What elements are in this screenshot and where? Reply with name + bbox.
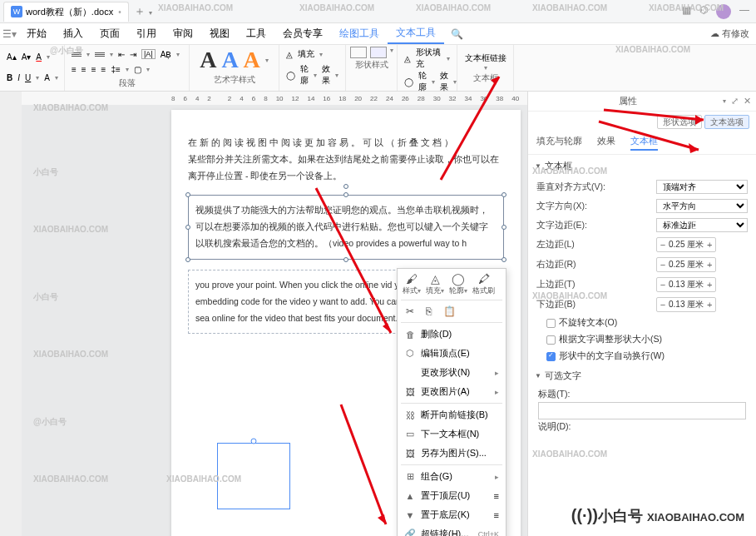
ctx-changeshape[interactable]: 更改形状(N)▸	[398, 363, 506, 382]
align-right-icon[interactable]: ≡	[91, 65, 96, 74]
page-text-para1: 某些部分并关注所需文本。如果在达到结尾处之前需要停止读取，你也可以在离开停止位置…	[188, 151, 504, 185]
align-left-icon[interactable]: ≡	[72, 65, 77, 74]
menu-dropdown[interactable]: ☰▾	[0, 28, 18, 40]
menu-reference[interactable]: 引用	[128, 23, 165, 44]
font-color-icon[interactable]: A	[36, 52, 42, 62]
indent-left-icon[interactable]: ⇤	[118, 50, 125, 59]
menu-review[interactable]: 审阅	[165, 23, 201, 44]
cut-icon[interactable]: ✂	[406, 305, 414, 317]
shape-outline-icon[interactable]: ◯	[404, 77, 413, 87]
doc-tab[interactable]: W word教程（新）.docx •	[3, 2, 129, 22]
section-alt[interactable]: ▼可选文字	[528, 365, 756, 387]
align-justify-icon[interactable]: ≡	[101, 65, 106, 74]
ctx-top-layer[interactable]: ▲置于顶层(U)≡	[398, 486, 506, 505]
menu-insert[interactable]: 插入	[55, 23, 91, 44]
ctx-breaklink[interactable]: ⛓断开向前链接(B)	[398, 405, 506, 424]
highlight-icon[interactable]: A	[44, 73, 50, 82]
menu-start[interactable]: 开始	[18, 23, 55, 44]
ctx-fill[interactable]: ◬填充▾	[426, 272, 444, 296]
subtab-effect[interactable]: 效果	[597, 135, 615, 151]
grid-icon[interactable]: ▦	[682, 4, 691, 19]
menu-texttool[interactable]: 文本工具	[388, 23, 444, 44]
group-shapestyle-label: 形状样式	[355, 58, 388, 71]
paste-icon[interactable]: 📋	[443, 305, 456, 317]
wordart-style-3[interactable]: A	[244, 47, 260, 73]
cube-icon[interactable]: ⌬	[699, 4, 708, 19]
copy-icon[interactable]: ⎘	[426, 305, 432, 317]
ctx-delete[interactable]: 🗑删除(D)	[398, 325, 506, 344]
pop-out-icon[interactable]: ⤢	[731, 96, 739, 107]
chk-norotate[interactable]	[546, 319, 556, 328]
ctx-changepic[interactable]: 🖼更改图片(A)▸	[398, 382, 506, 401]
subtab-textbox[interactable]: 文本框	[630, 135, 658, 151]
group-wordart-label: 艺术字样式	[214, 73, 255, 86]
page-text-line1: 在新的阅读视图中阅读更加容易。可以（折叠文档）	[188, 135, 504, 151]
chk-autowrap[interactable]	[546, 352, 556, 361]
ctx-outline[interactable]: ◯轮廓▾	[449, 272, 467, 296]
shape-style-2[interactable]	[370, 47, 387, 58]
ctx-bottom-layer[interactable]: ▼置于底层(K)≡	[398, 505, 506, 524]
menu-view[interactable]: 视图	[201, 23, 238, 44]
indent-right-icon[interactable]: ⇥	[130, 50, 136, 59]
ctx-style[interactable]: 🖌样式▾	[403, 272, 421, 296]
props-title: 属性	[533, 95, 723, 107]
wordart-style-2[interactable]: A	[221, 47, 238, 73]
menu-page[interactable]: 页面	[91, 23, 128, 44]
text-outline-icon[interactable]: ◯	[286, 71, 295, 80]
word-icon: W	[11, 6, 22, 17]
menu-drawtool[interactable]: 绘图工具	[331, 23, 388, 44]
ctx-editpoints[interactable]: ⬡编辑顶点(E)	[398, 344, 506, 363]
section-textbox[interactable]: ▼文本框	[528, 155, 756, 177]
textbox-link-button[interactable]: 文本框链接	[465, 52, 506, 64]
textdir-select[interactable]: 水平方向	[656, 199, 748, 213]
doc-name: word教程（新）.docx	[26, 6, 113, 18]
align-center-icon[interactable]: ≡	[82, 65, 86, 74]
blue-rectangle[interactable]	[217, 443, 290, 509]
valign-select[interactable]: 顶端对齐	[656, 180, 748, 194]
search-icon[interactable]: 🔍	[444, 28, 470, 40]
list-bullet-icon[interactable]	[72, 52, 82, 57]
underline-icon[interactable]: U	[25, 73, 31, 82]
alt-title-input[interactable]	[538, 402, 746, 419]
line-spacing-icon[interactable]: ‡≡	[111, 65, 120, 74]
subtab-fill[interactable]: 填充与轮廓	[536, 135, 582, 151]
shape-fill-icon[interactable]: ◬	[404, 54, 411, 63]
text-fill-icon[interactable]: ◬	[286, 50, 293, 59]
add-tab-button[interactable]: ＋ ▾	[134, 4, 152, 19]
left-margin-label: 左边距(L)	[536, 239, 656, 251]
menu-vip[interactable]: 会员专享	[274, 23, 331, 44]
right-margin-spinner[interactable]: −0.25 厘米+	[656, 257, 716, 272]
ctx-formatbrush[interactable]: 🖍格式刷	[472, 272, 495, 296]
ctx-hyperlink[interactable]: 🔗超链接(H)...Ctrl+K	[398, 524, 506, 536]
italic-icon[interactable]: I	[17, 73, 20, 82]
bold-icon[interactable]: B	[7, 73, 12, 82]
textmargin-label: 文字边距(E):	[536, 220, 656, 231]
chk-resize[interactable]	[546, 335, 556, 345]
avatar[interactable]	[716, 4, 731, 19]
textbox-1-content: 视频提供了功能强大的方法帮助您证明您的观点。当您单击联机视频时，可以在想要添加的…	[195, 205, 488, 248]
textmargin-select[interactable]: 标准边距	[656, 218, 748, 232]
minimize-icon[interactable]: —	[739, 4, 749, 19]
shape-style-1[interactable]	[350, 47, 367, 58]
wordart-style-1[interactable]: A	[200, 47, 216, 73]
bottom-margin-spinner[interactable]: −0.13 厘米+	[656, 297, 716, 312]
tab-shape-option[interactable]: 形状选项	[657, 115, 702, 129]
valign-label: 垂直对齐方式(V):	[536, 181, 656, 193]
context-menu: 🖌样式▾ ◬填充▾ ◯轮廓▾ 🖍格式刷 ✂ ⎘ 📋 🗑删除(D) ⬡编辑顶点(E…	[397, 268, 506, 536]
ctx-nextbox[interactable]: ▭下一文本框(N)	[398, 424, 506, 444]
menu-tool[interactable]: 工具	[238, 23, 274, 44]
shading-icon[interactable]: ▢	[134, 65, 141, 74]
left-margin-spinner[interactable]: −0.25 厘米+	[656, 237, 716, 252]
tab-text-option[interactable]: 文本选项	[704, 115, 749, 129]
top-margin-spinner[interactable]: −0.13 厘米+	[656, 277, 716, 292]
list-number-icon[interactable]	[95, 52, 105, 57]
properties-panel: 属性▾ ⤢ ✕ 形状选项 文本选项 填充与轮廓 效果 文本框 ▼文本框 垂直对齐…	[527, 92, 756, 536]
font-bigger-icon[interactable]: A▴	[7, 52, 17, 62]
ctx-group[interactable]: ⊞组合(G)▸	[398, 467, 506, 486]
close-icon[interactable]: ✕	[744, 96, 751, 107]
text-direction-icon[interactable]: |A|	[141, 49, 156, 59]
ctx-savepic[interactable]: 🖼另存为图片(S)...	[398, 444, 506, 463]
font-smaller-icon[interactable]: A▾	[22, 52, 32, 62]
char-spacing-icon[interactable]: AḄ	[161, 50, 172, 59]
textbox-1[interactable]: 视频提供了功能强大的方法帮助您证明您的观点。当您单击联机视频时，可以在想要添加的…	[188, 195, 504, 260]
